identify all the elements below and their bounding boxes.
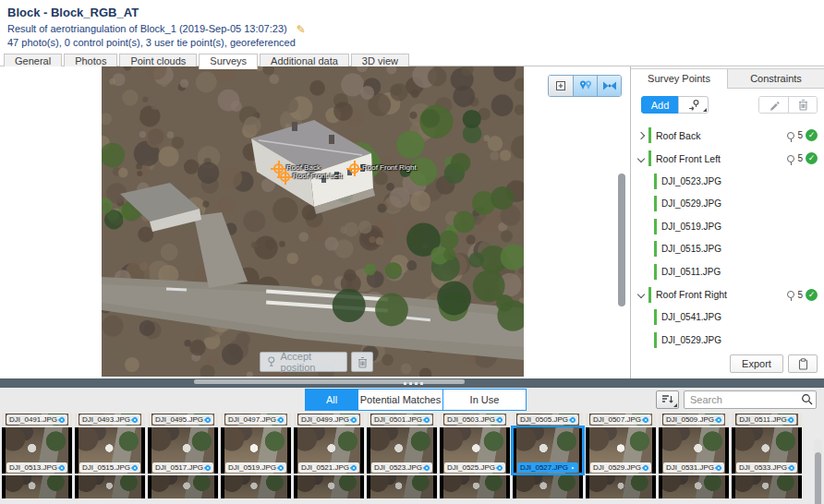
- survey-marker-icon[interactable]: [280, 172, 290, 182]
- delete-position-button[interactable]: [351, 352, 373, 372]
- filmstrip-thumb[interactable]: [294, 475, 364, 498]
- filmstrip-thumb[interactable]: [221, 475, 291, 498]
- geotag-pin-icon: [423, 463, 430, 471]
- filmstrip-thumb[interactable]: [75, 475, 145, 498]
- survey-marker-label: Roof Back: [286, 163, 321, 172]
- survey-measurement-row[interactable]: DJI_0515.JPG: [631, 238, 824, 261]
- import-icon: [687, 99, 700, 111]
- sort-icon: [661, 394, 673, 405]
- filmstrip-thumb[interactable]: [440, 475, 510, 498]
- filmstrip-thumb[interactable]: DJI_0527.JPG: [513, 427, 583, 474]
- filmstrip-thumb[interactable]: [2, 475, 72, 498]
- filmstrip-thumb[interactable]: DJI_0509.JPG: [659, 414, 729, 426]
- filmstrip-thumb[interactable]: DJI_0507.JPG: [586, 414, 656, 426]
- viewer-vertical-scrollbar[interactable]: [618, 174, 625, 306]
- aerial-photo[interactable]: [102, 66, 524, 377]
- survey-markers-icon: [578, 79, 593, 92]
- filmstrip-thumb[interactable]: DJI_0531.JPG: [659, 427, 729, 474]
- filmstrip-thumb[interactable]: DJI_0499.JPG: [294, 414, 364, 426]
- filmstrip-thumb[interactable]: DJI_0515.JPG: [75, 427, 145, 474]
- sort-photos-button[interactable]: [656, 390, 679, 409]
- filmstrip-scrollbar-track: [814, 439, 822, 504]
- filmstrip-thumb[interactable]: DJI_0497.JPG: [221, 414, 291, 426]
- geotag-pin-icon: [131, 463, 139, 471]
- survey-point-row[interactable]: Roof Back5✓: [631, 124, 824, 147]
- validated-check-icon: ✓: [806, 289, 818, 301]
- survey-measurement-row[interactable]: DJI_0523.JPG: [631, 170, 824, 193]
- survey-point-row[interactable]: Roof Front Right5✓: [631, 283, 824, 306]
- show-survey-markers-button[interactable]: [573, 76, 597, 96]
- geotag-pin-icon: [423, 415, 430, 423]
- chevron-down-icon[interactable]: [634, 292, 648, 297]
- edit-description-icon[interactable]: ✎: [297, 23, 306, 36]
- search-icon: [801, 393, 813, 405]
- filmstrip-thumb[interactable]: DJI_0521.JPG: [294, 427, 364, 474]
- thumbnail-image: [297, 475, 360, 498]
- thumbnail-image: [6, 475, 68, 498]
- import-survey-points-button[interactable]: [678, 96, 709, 114]
- thumbnail-label: DJI_0527.JPG: [517, 462, 578, 473]
- filmstrip-thumb[interactable]: [586, 475, 656, 498]
- show-tie-points-button[interactable]: [597, 76, 621, 96]
- thumbnail-image: [735, 475, 798, 498]
- geotag-pin-icon: [642, 463, 649, 471]
- delete-survey-point-button[interactable]: [788, 97, 817, 113]
- measurement-count: 5✓: [787, 289, 818, 301]
- viewer-horizontal-scrollbar[interactable]: [194, 379, 465, 384]
- filmstrip-thumb[interactable]: [148, 475, 218, 498]
- accept-position-button[interactable]: Accept position: [260, 352, 347, 372]
- filmstrip-thumb[interactable]: DJI_0517.JPG: [148, 427, 218, 474]
- thumbnail-image: [370, 475, 433, 498]
- filter-potential-matches[interactable]: Potential Matches: [357, 390, 442, 410]
- accept-position-group: Accept position: [260, 352, 373, 372]
- thumbnail-image: [516, 475, 579, 498]
- chevron-right-icon[interactable]: [634, 133, 648, 138]
- filmstrip-thumb[interactable]: DJI_0505.JPG: [513, 414, 583, 426]
- survey-panel-tabs: Survey Points Constraints: [631, 68, 824, 89]
- filmstrip-thumb[interactable]: DJI_0529.JPG: [586, 427, 656, 474]
- filmstrip-thumb[interactable]: DJI_0511.JPG: [732, 414, 802, 426]
- search-input[interactable]: [684, 390, 817, 409]
- survey-measurement-row[interactable]: DJI_0511.JPG: [631, 260, 824, 283]
- center-on-point-button[interactable]: [549, 76, 573, 96]
- main-tab-bar: GeneralPhotosPoint cloudsSurveysAddition…: [0, 53, 824, 66]
- filmstrip-thumb[interactable]: DJI_0495.JPG: [148, 414, 218, 426]
- filter-all[interactable]: All: [306, 390, 357, 410]
- filmstrip-thumb[interactable]: DJI_0493.JPG: [75, 414, 145, 426]
- filmstrip-thumb[interactable]: DJI_0501.JPG: [367, 414, 437, 426]
- filmstrip-thumb[interactable]: [513, 475, 583, 498]
- filmstrip-thumb[interactable]: DJI_0525.JPG: [440, 427, 510, 474]
- filmstrip-thumb[interactable]: DJI_0533.JPG: [732, 427, 802, 474]
- filter-in-use[interactable]: In Use: [442, 390, 526, 410]
- filmstrip-thumb[interactable]: [659, 475, 729, 498]
- filmstrip-thumb[interactable]: DJI_0523.JPG: [367, 427, 437, 474]
- survey-measurement-row[interactable]: DJI_0529.JPG: [631, 329, 824, 352]
- tab-constraints[interactable]: Constraints: [727, 69, 824, 89]
- filmstrip-thumb[interactable]: DJI_0491.JPG: [2, 414, 72, 426]
- filmstrip-thumb[interactable]: [367, 475, 437, 498]
- survey-measurement-row[interactable]: DJI_0529.JPG: [631, 193, 824, 216]
- filmstrip-thumb[interactable]: DJI_0513.JPG: [2, 427, 72, 474]
- survey-measurement-row[interactable]: DJI_0519.JPG: [631, 215, 824, 238]
- tab-survey-points[interactable]: Survey Points: [631, 69, 727, 89]
- chevron-down-icon[interactable]: [634, 156, 648, 162]
- export-button[interactable]: Export: [730, 354, 783, 373]
- trash-icon: [357, 356, 368, 368]
- survey-point-row[interactable]: Roof Front Left5✓: [631, 147, 824, 170]
- filmstrip-thumb[interactable]: DJI_0503.JPG: [440, 414, 510, 426]
- survey-marker-icon[interactable]: [349, 163, 359, 174]
- geotag-pin-icon: [569, 463, 576, 471]
- splitter-drag-handle[interactable]: [404, 382, 423, 385]
- thumbnail-image: [662, 475, 725, 498]
- tab-surveys[interactable]: Surveys: [199, 54, 258, 69]
- copy-to-clipboard-button[interactable]: [788, 354, 818, 373]
- search-box: [684, 390, 817, 409]
- filmstrip-scrollbar-thumb[interactable]: [815, 452, 821, 504]
- add-survey-point-button[interactable]: Add: [641, 96, 679, 114]
- clipboard-icon: [798, 358, 808, 370]
- survey-measurement-row[interactable]: DJI_0541.JPG: [631, 306, 824, 330]
- filmstrip-thumb[interactable]: [732, 475, 802, 498]
- edit-survey-point-button[interactable]: [759, 97, 788, 113]
- horizontal-splitter[interactable]: [0, 378, 824, 388]
- filmstrip-thumb[interactable]: DJI_0519.JPG: [221, 427, 291, 474]
